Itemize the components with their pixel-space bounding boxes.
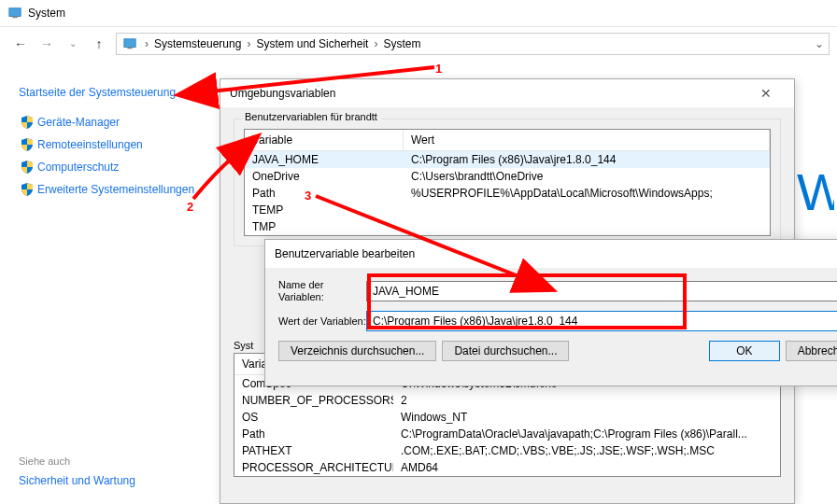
svg-rect-1 (12, 17, 17, 19)
table-row[interactable]: OneDriveC:\Users\brandtt\OneDrive (245, 168, 770, 185)
var-name-label: Name der Variablen: (278, 279, 366, 303)
sidebar-item-remote[interactable]: Remoteeinstellungen (19, 138, 203, 151)
sidebar-item-protection[interactable]: Computerschutz (19, 161, 203, 174)
var-name-input[interactable] (366, 281, 837, 301)
address-bar[interactable]: › Systemsteuerung › System und Sicherhei… (116, 33, 830, 55)
sidebar-header-link[interactable]: Startseite der Systemsteuerung (19, 86, 203, 99)
cancel-button[interactable]: Abbrechn (786, 341, 837, 361)
breadcrumb[interactable]: System (379, 37, 424, 50)
close-icon[interactable]: ✕ (747, 86, 785, 101)
shield-icon (19, 116, 35, 129)
sidebar-item-label: Remoteeinstellungen (37, 138, 143, 151)
chevron-right-icon[interactable]: › (372, 37, 379, 50)
chevron-down-icon[interactable]: ⌄ (810, 37, 829, 50)
table-row[interactable]: PATHEXT.COM;.EXE;.BAT;.CMD;.VBS;.VBE;.JS… (234, 442, 780, 459)
table-row[interactable]: JAVA_HOMEC:\Program Files (x86)\Java\jre… (245, 151, 770, 168)
chevron-right-icon[interactable]: › (245, 37, 252, 50)
forward-button[interactable]: → (34, 36, 60, 51)
sidebar-item-label: Computerschutz (37, 161, 119, 174)
shield-icon (19, 183, 35, 196)
see-also-label: Siehe auch (19, 455, 135, 467)
window-title: System (28, 7, 65, 20)
ok-button[interactable]: OK (709, 341, 779, 361)
browse-file-button[interactable]: Datei durchsuchen... (442, 341, 569, 361)
sidebar-item-advanced[interactable]: Erweiterte Systemeinstellungen (19, 183, 203, 196)
dialog-titlebar[interactable]: Benutzervariable bearbeiten (265, 240, 837, 268)
svg-rect-2 (124, 38, 135, 47)
up-button[interactable]: ↑ (86, 36, 112, 51)
dialog-title: Umgebungsvariablen (230, 87, 747, 100)
sidebar: Startseite der Systemsteuerung Geräte-Ma… (0, 60, 210, 504)
var-value-label: Wert der Variablen: (278, 315, 366, 328)
edit-var-dialog: Benutzervariable bearbeiten Name der Var… (264, 239, 837, 386)
shield-icon (19, 161, 35, 174)
table-row[interactable]: TEMP (245, 202, 770, 218)
see-also-link[interactable]: Sicherheit und Wartung (19, 474, 135, 487)
chevron-right-icon[interactable]: › (143, 37, 150, 50)
table-row[interactable]: PROCESSOR_ARCHITECTUREAMD64 (234, 459, 780, 476)
shield-icon (19, 138, 35, 151)
see-also-section: Siehe auch Sicherheit und Wartung (19, 455, 135, 487)
sidebar-item-label: Erweiterte Systemeinstellungen (37, 183, 194, 196)
breadcrumb[interactable]: System und Sicherheit (252, 37, 372, 50)
sidebar-item-label: Geräte-Manager (37, 116, 120, 129)
dialog-title: Benutzervariable bearbeiten (275, 247, 837, 260)
breadcrumb[interactable]: Systemsteuerung (150, 37, 245, 50)
recent-button[interactable]: ⌄ (60, 38, 86, 49)
column-header-value[interactable]: Wert (404, 130, 770, 150)
svg-rect-0 (9, 8, 21, 17)
var-value-input[interactable] (366, 311, 837, 331)
window-titlebar: System (0, 0, 837, 26)
svg-rect-3 (127, 47, 132, 49)
column-header-variable[interactable]: Variable (245, 130, 404, 150)
browse-dir-button[interactable]: Verzeichnis durchsuchen... (278, 341, 436, 361)
table-row[interactable]: TMP (245, 218, 770, 235)
sidebar-item-device-manager[interactable]: Geräte-Manager (19, 116, 203, 129)
table-row[interactable]: Path%USERPROFILE%\AppData\Local\Microsof… (245, 185, 770, 202)
user-vars-table[interactable]: Variable Wert JAVA_HOMEC:\Program Files … (244, 129, 771, 236)
table-row[interactable]: PathC:\ProgramData\Oracle\Java\javapath;… (234, 426, 780, 442)
system-icon (7, 7, 22, 21)
back-button[interactable]: ← (7, 36, 34, 51)
addressbar-icon (117, 37, 143, 50)
table-row[interactable]: NUMBER_OF_PROCESSORS2 (234, 392, 780, 409)
page-heading: W (797, 161, 834, 222)
table-row[interactable]: OSWindows_NT (234, 409, 780, 426)
nav-bar: ← → ⌄ ↑ › Systemsteuerung › System und S… (0, 26, 837, 60)
groupbox-label: Benutzervariablen für brandtt (241, 111, 381, 122)
dialog-titlebar[interactable]: Umgebungsvariablen ✕ (220, 79, 794, 107)
